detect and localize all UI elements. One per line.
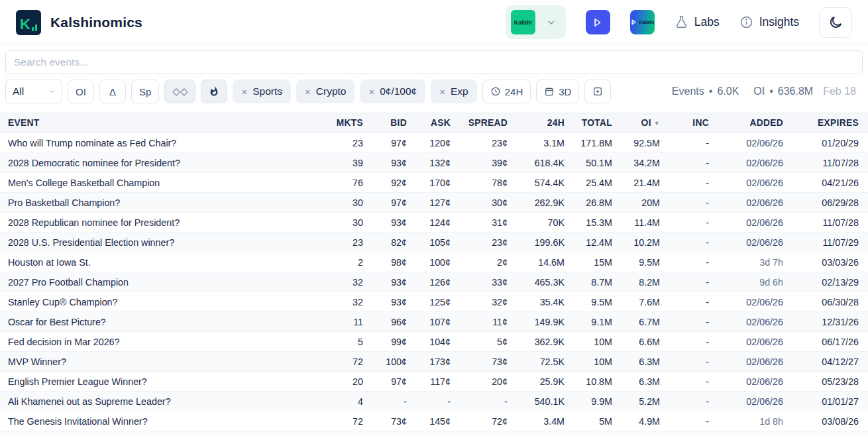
filter-chip[interactable]: × Exp: [431, 80, 476, 103]
range-24h-button[interactable]: 24H: [482, 80, 531, 103]
event-name: Men's College Basketball Champion: [0, 173, 323, 193]
delta-toggle-button[interactable]: Δ: [99, 80, 126, 103]
nav-insights[interactable]: Insights: [739, 15, 799, 29]
table-row[interactable]: Houston at Iowa St. 2 98¢ 100¢ 2¢ 14.6M …: [0, 252, 868, 272]
bid-cell: 98¢: [374, 252, 417, 272]
range-24h-label: 24H: [505, 86, 523, 97]
table-row[interactable]: 2028 Democratic nominee for President? 3…: [0, 153, 868, 173]
added-cell: 02/06/26: [720, 153, 794, 173]
platform-select[interactable]: Kalshi: [506, 5, 566, 39]
oi-cell: 6.7M: [623, 312, 671, 332]
total-volume-cell: 10.8M: [575, 372, 623, 392]
bid-cell: 100¢: [374, 352, 417, 372]
dark-mode-toggle[interactable]: [819, 7, 852, 38]
range-3d-label: 3D: [559, 86, 571, 97]
table-row[interactable]: 2028 Republican nominee for President? 3…: [0, 213, 868, 233]
table-row[interactable]: Pro Basketball Champion? 30 97¢ 127¢ 30¢…: [0, 193, 868, 213]
mkts-cell: 23: [323, 233, 374, 252]
spread-toggle-button[interactable]: Sp: [131, 80, 159, 103]
spread-cell: 32¢: [461, 292, 518, 312]
search-input[interactable]: [5, 50, 863, 74]
col-oi[interactable]: OI▼: [623, 113, 671, 133]
table-row[interactable]: The Genesis Invitational Winner? 72 73¢ …: [0, 411, 868, 431]
table-row[interactable]: Who will Trump nominate as Fed Chair? 23…: [0, 133, 868, 153]
col-spread[interactable]: SPREAD: [461, 113, 518, 133]
col-event[interactable]: EVENT: [0, 113, 323, 133]
range-3d-button[interactable]: 3D: [536, 80, 579, 103]
table-row[interactable]: Ali Khamenei out as Supreme Leader? 4 - …: [0, 392, 868, 411]
inc-cell: -: [671, 173, 720, 193]
filter-chip[interactable]: × Crypto: [296, 80, 354, 103]
volume-24h-cell: 574.4K: [518, 173, 575, 193]
chevron-down-icon: [48, 87, 56, 95]
added-cell: 9d 6h: [720, 272, 794, 292]
close-icon[interactable]: ×: [305, 86, 311, 97]
table-row[interactable]: Oscar for Best Picture? 11 96¢ 107¢ 11¢ …: [0, 312, 868, 332]
total-volume-cell: 25.4M: [575, 173, 623, 193]
added-cell: 02/06/26: [720, 332, 794, 352]
event-name: 2027 Pro Football Champion: [0, 272, 323, 292]
ask-cell: 120¢: [417, 133, 461, 153]
col-expires[interactable]: EXPIRES: [794, 113, 868, 133]
table-header: EVENT MKTS BID ASK SPREAD 24H TOTAL OI▼ …: [0, 113, 868, 133]
ask-cell: 117¢: [417, 372, 461, 392]
bid-cell: 93¢: [374, 272, 417, 292]
filter-chip-label: Sports: [252, 85, 282, 97]
col-mkts[interactable]: MKTS: [323, 113, 374, 133]
col-inc[interactable]: INC: [671, 113, 720, 133]
nav-labs[interactable]: Labs: [675, 15, 720, 29]
oi-cell: 8.2M: [623, 272, 671, 292]
kalshi-gradient-app-icon[interactable]: Kalshi: [630, 10, 655, 34]
event-name: 2028 Democratic nominee for President?: [0, 153, 323, 173]
col-ask[interactable]: ASK: [417, 113, 461, 133]
filter-chip[interactable]: × Sports: [233, 80, 291, 103]
col-24h[interactable]: 24H: [518, 113, 575, 133]
diamonds-toggle-button[interactable]: ◇◇: [164, 80, 195, 103]
table-row[interactable]: Stanley Cup® Champion? 32 93¢ 125¢ 32¢ 3…: [0, 292, 868, 312]
table-row[interactable]: English Premier League Winner? 20 97¢ 11…: [0, 372, 868, 392]
total-volume-cell: 9.1M: [575, 312, 623, 332]
expires-cell: 02/13/29: [794, 272, 868, 292]
add-column-button[interactable]: [584, 80, 611, 103]
inc-cell: -: [671, 193, 720, 213]
total-volume-cell: 50.1M: [575, 153, 623, 173]
category-select-value: All: [13, 85, 24, 97]
event-name: 2028 Republican nominee for President?: [0, 213, 323, 233]
bowtie-logo-icon: [592, 17, 604, 28]
category-select[interactable]: All: [5, 80, 62, 103]
table-row[interactable]: Men's College Basketball Champion 76 92¢…: [0, 173, 868, 193]
close-icon[interactable]: ×: [368, 86, 374, 97]
table-row[interactable]: 2028 U.S. Presidential Election winner? …: [0, 233, 868, 252]
filter-chip[interactable]: × 0¢/100¢: [360, 80, 425, 103]
close-icon[interactable]: ×: [241, 86, 247, 97]
mkts-cell: 32: [323, 272, 374, 292]
expires-cell: 11/07/29: [794, 233, 868, 252]
table-body: Who will Trump nominate as Fed Chair? 23…: [0, 133, 868, 431]
table-row[interactable]: Fed decision in Mar 2026? 5 99¢ 104¢ 5¢ …: [0, 332, 868, 352]
event-name: 2028 U.S. Presidential Election winner?: [0, 233, 323, 252]
table-row[interactable]: MVP Winner? 72 100¢ 173¢ 73¢ 72.5K 10M 6…: [0, 352, 868, 372]
inc-cell: -: [671, 312, 720, 332]
event-name: Ali Khamenei out as Supreme Leader?: [0, 392, 323, 411]
spread-cell: 11¢: [461, 312, 518, 332]
close-icon[interactable]: ×: [439, 86, 445, 97]
added-cell: 3d 7h: [720, 252, 794, 272]
hot-toggle-button[interactable]: [201, 80, 227, 103]
zeitgeist-app-icon[interactable]: [586, 10, 610, 34]
diamonds-icon: ◇◇: [172, 85, 188, 97]
as-of-date: Feb 18: [823, 85, 856, 97]
total-volume-cell: 12.4M: [575, 233, 623, 252]
col-total[interactable]: TOTAL: [575, 113, 623, 133]
table-row[interactable]: 2027 Pro Football Champion 32 93¢ 126¢ 3…: [0, 272, 868, 292]
spread-cell: 20¢: [461, 372, 518, 392]
col-added[interactable]: ADDED: [720, 113, 794, 133]
ask-cell: 124¢: [417, 213, 461, 233]
col-bid[interactable]: BID: [374, 113, 417, 133]
clock-icon: [490, 86, 501, 97]
filter-chip-label: Crypto: [316, 85, 347, 97]
kalshi-badge-icon: Kalshi: [511, 10, 535, 34]
added-cell: 02/06/26: [720, 193, 794, 213]
oi-toggle-button[interactable]: OI: [68, 80, 94, 103]
spread-cell: 39¢: [461, 153, 518, 173]
spread-cell: 2¢: [461, 252, 518, 272]
